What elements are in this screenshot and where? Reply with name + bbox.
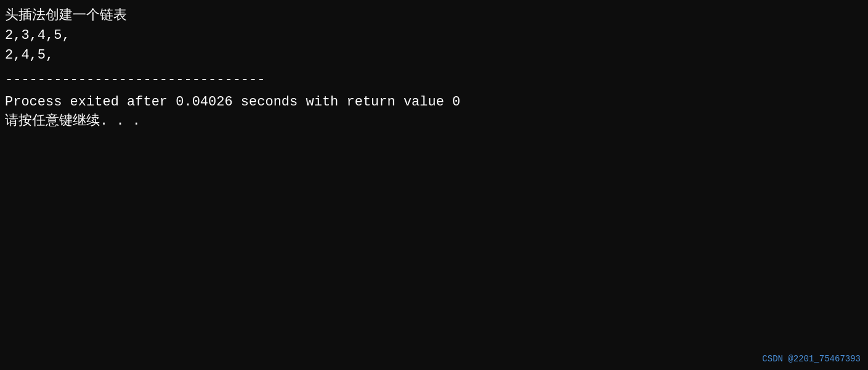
terminal-window: 头插法创建一个链表 2,3,4,5, 2,4,5, --------------…: [0, 0, 868, 136]
separator-line: --------------------------------: [5, 70, 863, 90]
output-line-1: 头插法创建一个链表: [5, 6, 863, 26]
process-exit-line: Process exited after 0.04026 seconds wit…: [5, 92, 863, 112]
csdn-watermark: CSDN @2201_75467393: [762, 354, 861, 364]
output-line-3: 2,4,5,: [5, 46, 863, 65]
press-any-key-prompt: 请按任意键继续. . .: [5, 112, 863, 131]
output-line-2: 2,3,4,5,: [5, 26, 863, 46]
